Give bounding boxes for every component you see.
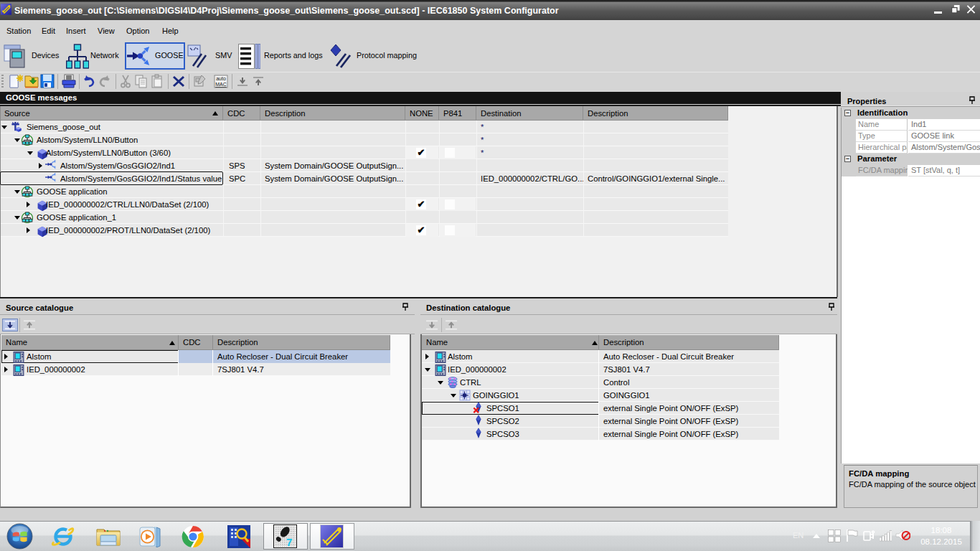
svg-text:7: 7 (286, 536, 292, 548)
svg-text:MAC: MAC (215, 82, 227, 87)
svg-text:auto: auto (216, 76, 226, 81)
